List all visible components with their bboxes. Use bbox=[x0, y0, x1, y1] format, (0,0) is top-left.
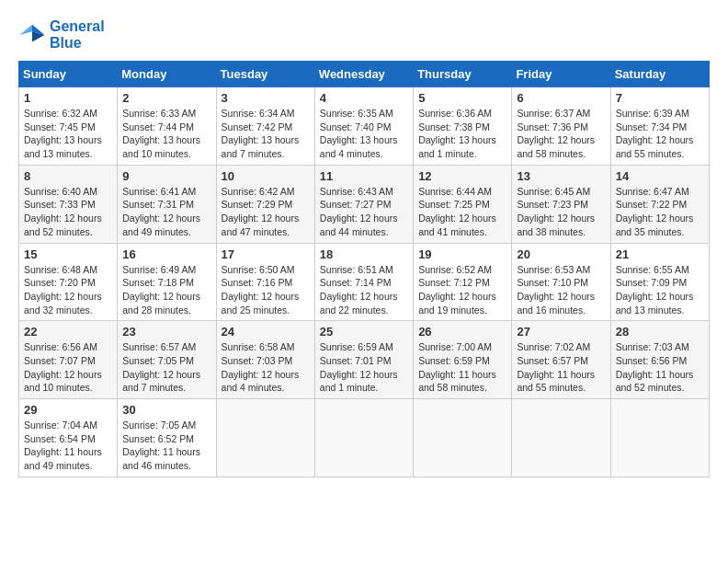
page-header: General Blue bbox=[18, 18, 710, 52]
day-info: Sunrise: 6:39 AM Sunset: 7:34 PM Dayligh… bbox=[616, 107, 704, 161]
day-number: 12 bbox=[418, 169, 506, 183]
day-number: 21 bbox=[616, 247, 704, 261]
day-info: Sunrise: 7:00 AM Sunset: 6:59 PM Dayligh… bbox=[418, 340, 506, 395]
calendar-cell: 20Sunrise: 6:53 AM Sunset: 7:10 PM Dayli… bbox=[512, 243, 610, 321]
calendar-cell bbox=[610, 399, 709, 477]
day-info: Sunrise: 6:55 AM Sunset: 7:09 PM Dayligh… bbox=[616, 263, 704, 317]
calendar-table: SundayMondayTuesdayWednesdayThursdayFrid… bbox=[18, 61, 710, 477]
weekday-header-tuesday: Tuesday bbox=[216, 62, 314, 87]
calendar-cell bbox=[216, 399, 314, 477]
day-number: 9 bbox=[122, 169, 210, 183]
day-number: 5 bbox=[418, 91, 506, 105]
weekday-header-friday: Friday bbox=[512, 62, 610, 87]
day-number: 15 bbox=[24, 247, 112, 261]
day-number: 4 bbox=[320, 91, 408, 105]
calendar-week-2: 8Sunrise: 6:40 AM Sunset: 7:33 PM Daylig… bbox=[19, 165, 710, 243]
calendar-cell: 30Sunrise: 7:05 AM Sunset: 6:52 PM Dayli… bbox=[118, 399, 216, 477]
calendar-cell: 1Sunrise: 6:32 AM Sunset: 7:45 PM Daylig… bbox=[19, 87, 118, 166]
calendar-cell: 28Sunrise: 7:03 AM Sunset: 6:56 PM Dayli… bbox=[610, 321, 709, 399]
weekday-header-thursday: Thursday bbox=[414, 62, 512, 87]
calendar-cell: 5Sunrise: 6:36 AM Sunset: 7:38 PM Daylig… bbox=[414, 87, 512, 166]
day-info: Sunrise: 6:40 AM Sunset: 7:33 PM Dayligh… bbox=[24, 185, 112, 239]
day-number: 24 bbox=[222, 325, 310, 339]
day-number: 13 bbox=[517, 169, 605, 183]
day-number: 16 bbox=[122, 247, 210, 261]
day-info: Sunrise: 6:41 AM Sunset: 7:31 PM Dayligh… bbox=[122, 185, 210, 239]
day-number: 28 bbox=[616, 325, 704, 339]
calendar-week-3: 15Sunrise: 6:48 AM Sunset: 7:20 PM Dayli… bbox=[19, 243, 710, 321]
calendar-cell: 12Sunrise: 6:44 AM Sunset: 7:25 PM Dayli… bbox=[414, 165, 512, 243]
calendar-cell: 16Sunrise: 6:49 AM Sunset: 7:18 PM Dayli… bbox=[118, 243, 216, 321]
calendar-week-5: 29Sunrise: 7:04 AM Sunset: 6:54 PM Dayli… bbox=[19, 399, 710, 477]
day-number: 29 bbox=[24, 403, 112, 417]
calendar-cell: 2Sunrise: 6:33 AM Sunset: 7:44 PM Daylig… bbox=[118, 87, 216, 166]
day-info: Sunrise: 7:02 AM Sunset: 6:57 PM Dayligh… bbox=[517, 340, 605, 395]
day-info: Sunrise: 6:42 AM Sunset: 7:29 PM Dayligh… bbox=[222, 185, 310, 239]
day-info: Sunrise: 7:04 AM Sunset: 6:54 PM Dayligh… bbox=[24, 419, 112, 473]
day-info: Sunrise: 7:05 AM Sunset: 6:52 PM Dayligh… bbox=[122, 419, 210, 473]
day-number: 7 bbox=[616, 91, 704, 105]
calendar-cell: 19Sunrise: 6:52 AM Sunset: 7:12 PM Dayli… bbox=[414, 243, 512, 321]
day-info: Sunrise: 6:37 AM Sunset: 7:36 PM Dayligh… bbox=[517, 107, 605, 161]
calendar-cell: 23Sunrise: 6:57 AM Sunset: 7:05 PM Dayli… bbox=[118, 321, 216, 399]
day-number: 22 bbox=[24, 325, 112, 339]
calendar-cell: 21Sunrise: 6:55 AM Sunset: 7:09 PM Dayli… bbox=[610, 243, 709, 321]
day-info: Sunrise: 6:48 AM Sunset: 7:20 PM Dayligh… bbox=[24, 263, 112, 317]
day-number: 14 bbox=[616, 169, 704, 183]
weekday-header-row: SundayMondayTuesdayWednesdayThursdayFrid… bbox=[19, 62, 710, 87]
day-number: 25 bbox=[320, 325, 408, 339]
day-number: 27 bbox=[517, 325, 605, 339]
calendar-cell: 18Sunrise: 6:51 AM Sunset: 7:14 PM Dayli… bbox=[314, 243, 413, 321]
day-info: Sunrise: 6:56 AM Sunset: 7:07 PM Dayligh… bbox=[24, 340, 112, 395]
day-info: Sunrise: 6:34 AM Sunset: 7:42 PM Dayligh… bbox=[222, 107, 310, 161]
weekday-header-wednesday: Wednesday bbox=[314, 62, 413, 87]
calendar-cell: 15Sunrise: 6:48 AM Sunset: 7:20 PM Dayli… bbox=[19, 243, 118, 321]
logo-text: General Blue bbox=[50, 18, 105, 52]
day-info: Sunrise: 6:58 AM Sunset: 7:03 PM Dayligh… bbox=[222, 340, 310, 395]
weekday-header-saturday: Saturday bbox=[610, 62, 709, 87]
day-info: Sunrise: 6:51 AM Sunset: 7:14 PM Dayligh… bbox=[320, 263, 408, 317]
calendar-cell: 13Sunrise: 6:45 AM Sunset: 7:23 PM Dayli… bbox=[512, 165, 610, 243]
calendar-cell: 14Sunrise: 6:47 AM Sunset: 7:22 PM Dayli… bbox=[610, 165, 709, 243]
day-info: Sunrise: 6:49 AM Sunset: 7:18 PM Dayligh… bbox=[122, 263, 210, 317]
calendar-week-1: 1Sunrise: 6:32 AM Sunset: 7:45 PM Daylig… bbox=[19, 87, 710, 166]
day-info: Sunrise: 6:53 AM Sunset: 7:10 PM Dayligh… bbox=[517, 263, 605, 317]
day-info: Sunrise: 6:35 AM Sunset: 7:40 PM Dayligh… bbox=[320, 107, 408, 161]
calendar-cell: 6Sunrise: 6:37 AM Sunset: 7:36 PM Daylig… bbox=[512, 87, 610, 166]
day-number: 26 bbox=[418, 325, 506, 339]
calendar-cell: 8Sunrise: 6:40 AM Sunset: 7:33 PM Daylig… bbox=[19, 165, 118, 243]
day-info: Sunrise: 6:59 AM Sunset: 7:01 PM Dayligh… bbox=[320, 340, 408, 395]
calendar-cell: 7Sunrise: 6:39 AM Sunset: 7:34 PM Daylig… bbox=[610, 87, 709, 166]
day-number: 6 bbox=[517, 91, 605, 105]
day-number: 8 bbox=[24, 169, 112, 183]
day-info: Sunrise: 6:36 AM Sunset: 7:38 PM Dayligh… bbox=[418, 107, 506, 161]
calendar-cell: 22Sunrise: 6:56 AM Sunset: 7:07 PM Dayli… bbox=[19, 321, 118, 399]
day-number: 2 bbox=[122, 91, 210, 105]
day-number: 11 bbox=[320, 169, 408, 183]
calendar-cell: 27Sunrise: 7:02 AM Sunset: 6:57 PM Dayli… bbox=[512, 321, 610, 399]
calendar-cell: 17Sunrise: 6:50 AM Sunset: 7:16 PM Dayli… bbox=[216, 243, 314, 321]
day-number: 3 bbox=[222, 91, 310, 105]
day-info: Sunrise: 6:50 AM Sunset: 7:16 PM Dayligh… bbox=[222, 263, 310, 317]
calendar-cell: 10Sunrise: 6:42 AM Sunset: 7:29 PM Dayli… bbox=[216, 165, 314, 243]
day-info: Sunrise: 7:03 AM Sunset: 6:56 PM Dayligh… bbox=[616, 340, 704, 395]
calendar-cell: 3Sunrise: 6:34 AM Sunset: 7:42 PM Daylig… bbox=[216, 87, 314, 166]
day-number: 18 bbox=[320, 247, 408, 261]
day-info: Sunrise: 6:33 AM Sunset: 7:44 PM Dayligh… bbox=[122, 107, 210, 161]
day-number: 23 bbox=[122, 325, 210, 339]
calendar-cell: 4Sunrise: 6:35 AM Sunset: 7:40 PM Daylig… bbox=[314, 87, 413, 166]
calendar-cell: 26Sunrise: 7:00 AM Sunset: 6:59 PM Dayli… bbox=[414, 321, 512, 399]
calendar-cell: 11Sunrise: 6:43 AM Sunset: 7:27 PM Dayli… bbox=[314, 165, 413, 243]
calendar-cell: 24Sunrise: 6:58 AM Sunset: 7:03 PM Dayli… bbox=[216, 321, 314, 399]
calendar-cell bbox=[414, 399, 512, 477]
calendar-cell bbox=[512, 399, 610, 477]
day-info: Sunrise: 6:45 AM Sunset: 7:23 PM Dayligh… bbox=[517, 185, 605, 239]
day-info: Sunrise: 6:47 AM Sunset: 7:22 PM Dayligh… bbox=[616, 185, 704, 239]
day-number: 1 bbox=[24, 91, 112, 105]
day-info: Sunrise: 6:44 AM Sunset: 7:25 PM Dayligh… bbox=[418, 185, 506, 239]
logo-icon bbox=[18, 21, 46, 49]
day-number: 30 bbox=[122, 403, 210, 417]
calendar-cell: 9Sunrise: 6:41 AM Sunset: 7:31 PM Daylig… bbox=[118, 165, 216, 243]
day-number: 10 bbox=[222, 169, 310, 183]
day-info: Sunrise: 6:32 AM Sunset: 7:45 PM Dayligh… bbox=[24, 107, 112, 161]
